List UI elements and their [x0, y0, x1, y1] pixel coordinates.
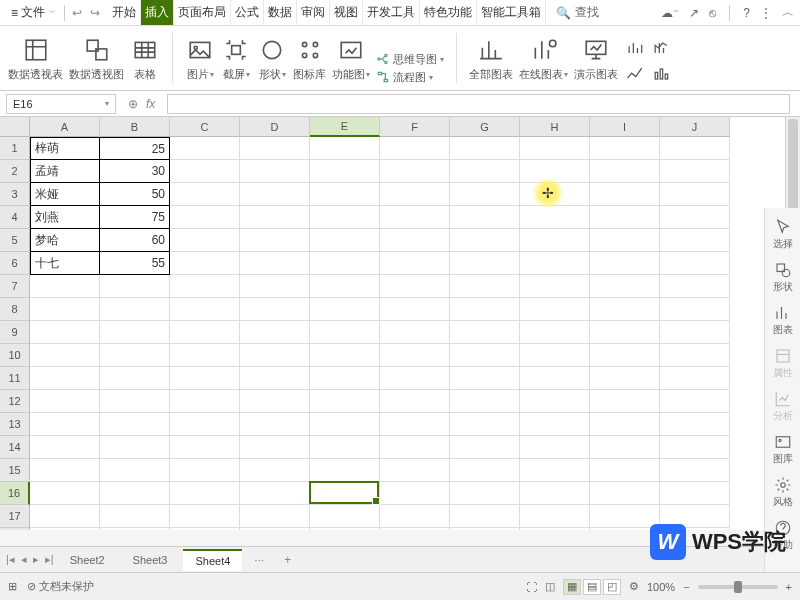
cell[interactable]	[450, 298, 520, 321]
cell[interactable]	[240, 206, 310, 229]
doc-protect[interactable]: ⊘ 文档未保护	[27, 579, 94, 594]
cell[interactable]	[380, 229, 450, 252]
fullscreen-icon[interactable]: ⛶	[526, 581, 537, 593]
formula-input[interactable]	[167, 94, 790, 114]
cell[interactable]	[310, 528, 380, 530]
cell[interactable]	[380, 160, 450, 183]
row-header[interactable]: 11	[0, 367, 30, 390]
cell[interactable]	[450, 321, 520, 344]
cell[interactable]	[100, 367, 170, 390]
cell[interactable]	[240, 344, 310, 367]
cell[interactable]	[240, 160, 310, 183]
cell[interactable]	[240, 436, 310, 459]
row-header[interactable]: 14	[0, 436, 30, 459]
cell[interactable]: 十七	[30, 252, 100, 275]
zoom-in-button[interactable]: +	[786, 581, 792, 593]
cell[interactable]	[310, 344, 380, 367]
row-header[interactable]: 9	[0, 321, 30, 344]
cell[interactable]	[660, 275, 730, 298]
row-header[interactable]: 4	[0, 206, 30, 229]
column-header[interactable]: C	[170, 117, 240, 137]
cell[interactable]	[660, 367, 730, 390]
cell[interactable]	[30, 344, 100, 367]
cell[interactable]	[310, 367, 380, 390]
cell[interactable]: 梦哈	[30, 229, 100, 252]
cell[interactable]	[100, 390, 170, 413]
cell[interactable]	[100, 298, 170, 321]
cell[interactable]	[380, 459, 450, 482]
cell[interactable]	[660, 298, 730, 321]
cell[interactable]	[520, 344, 590, 367]
cell[interactable]	[170, 298, 240, 321]
cell[interactable]	[590, 528, 660, 530]
pivot-chart-button[interactable]: 数据透视图	[69, 32, 124, 85]
cell[interactable]	[240, 482, 310, 505]
row-header[interactable]: 12	[0, 390, 30, 413]
cell[interactable]	[590, 367, 660, 390]
cell[interactable]	[520, 275, 590, 298]
fx-icon[interactable]: fx	[146, 97, 155, 111]
all-charts-button[interactable]: 全部图表	[469, 32, 513, 85]
cell[interactable]	[590, 482, 660, 505]
sheet-tab-active[interactable]: Sheet4	[183, 549, 242, 571]
tab-data[interactable]: 数据	[264, 0, 297, 25]
normal-view-button[interactable]: ▦	[563, 579, 581, 595]
cell[interactable]	[590, 459, 660, 482]
cell[interactable]	[380, 183, 450, 206]
cell[interactable]	[170, 160, 240, 183]
cell[interactable]	[450, 436, 520, 459]
cell[interactable]	[240, 367, 310, 390]
row-header[interactable]: 16	[0, 482, 30, 505]
panel-gallery[interactable]: 图库	[765, 429, 800, 470]
cell[interactable]	[170, 275, 240, 298]
feature-chart-button[interactable]: 功能图▾	[332, 32, 370, 85]
cell[interactable]: 50	[100, 183, 170, 206]
cell[interactable]	[590, 160, 660, 183]
cell[interactable]	[590, 206, 660, 229]
cell[interactable]	[170, 459, 240, 482]
row-header[interactable]: 3	[0, 183, 30, 206]
grid[interactable]: ABCDEFGHIJ 12345678910111213141516171819…	[0, 117, 785, 530]
sheet-last-icon[interactable]: ▸|	[45, 553, 54, 566]
cell[interactable]	[310, 275, 380, 298]
tab-dev-tools[interactable]: 开发工具	[363, 0, 420, 25]
cell[interactable]	[240, 505, 310, 528]
cell[interactable]	[310, 252, 380, 275]
cell[interactable]	[240, 321, 310, 344]
cell[interactable]	[100, 275, 170, 298]
column-chart-button[interactable]	[650, 63, 672, 85]
cell[interactable]	[520, 252, 590, 275]
cell[interactable]	[590, 229, 660, 252]
cell[interactable]	[520, 390, 590, 413]
cell[interactable]	[310, 482, 380, 505]
redo-icon[interactable]: ↪	[86, 6, 104, 20]
cell[interactable]	[380, 505, 450, 528]
help-icon[interactable]: ?	[743, 6, 750, 20]
cell[interactable]	[30, 390, 100, 413]
panel-chart[interactable]: 图表	[765, 300, 800, 341]
cell[interactable]	[380, 252, 450, 275]
cell[interactable]	[240, 459, 310, 482]
tab-features[interactable]: 特色功能	[420, 0, 477, 25]
cell[interactable]	[590, 298, 660, 321]
row-header[interactable]: 5	[0, 229, 30, 252]
cell[interactable]	[450, 275, 520, 298]
sheet-first-icon[interactable]: |◂	[6, 553, 15, 566]
cell[interactable]	[520, 528, 590, 530]
column-header[interactable]: E	[310, 117, 380, 137]
cell[interactable]	[310, 459, 380, 482]
cell[interactable]	[660, 390, 730, 413]
column-header[interactable]: I	[590, 117, 660, 137]
column-header[interactable]: G	[450, 117, 520, 137]
break-view-button[interactable]: ◰	[603, 579, 621, 595]
cell[interactable]	[450, 183, 520, 206]
search-button[interactable]: 🔍 查找	[556, 4, 599, 21]
cell[interactable]	[30, 459, 100, 482]
panel-props[interactable]: 属性	[765, 343, 800, 384]
cell[interactable]	[380, 413, 450, 436]
cell[interactable]	[30, 367, 100, 390]
cell[interactable]: 75	[100, 206, 170, 229]
cell[interactable]	[380, 275, 450, 298]
shapes-button[interactable]: 形状▾	[257, 32, 287, 85]
cell[interactable]	[590, 413, 660, 436]
